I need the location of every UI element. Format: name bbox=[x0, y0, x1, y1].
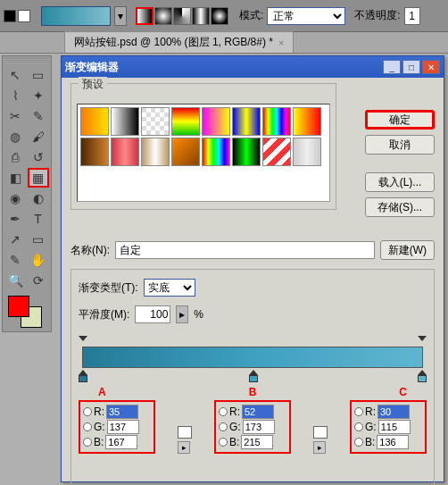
preset-swatch[interactable] bbox=[141, 107, 170, 136]
r-input-c[interactable] bbox=[377, 405, 410, 419]
preset-swatch[interactable] bbox=[80, 107, 109, 136]
radio-g[interactable] bbox=[219, 422, 228, 431]
color-stop-b[interactable] bbox=[249, 370, 258, 380]
type-select[interactable]: 实底 bbox=[144, 279, 195, 297]
radio-b[interactable] bbox=[219, 438, 228, 447]
load-button[interactable]: 载入(L)... bbox=[365, 172, 435, 192]
preset-swatch[interactable] bbox=[171, 138, 200, 166]
pen-tool-icon[interactable]: ✒ bbox=[4, 209, 26, 229]
radio-b[interactable] bbox=[354, 438, 363, 447]
radio-b[interactable] bbox=[83, 438, 92, 447]
preset-swatch[interactable] bbox=[293, 107, 321, 136]
preset-swatch[interactable] bbox=[232, 138, 261, 166]
eraser-tool-icon[interactable]: ◧ bbox=[4, 168, 26, 188]
opacity-stop-right[interactable] bbox=[418, 336, 427, 345]
path-tool-icon[interactable]: ↗ bbox=[4, 230, 26, 249]
opacity-stop-left[interactable] bbox=[79, 336, 87, 345]
presets-scroll[interactable] bbox=[77, 104, 330, 202]
titlebar[interactable]: 渐变编辑器 _ □ ✕ bbox=[62, 56, 444, 78]
gradient-dropdown[interactable]: ▾ bbox=[114, 6, 127, 26]
radio-g[interactable] bbox=[354, 422, 363, 431]
preset-swatch[interactable] bbox=[293, 138, 321, 166]
eyedropper-tool-icon[interactable]: ✎ bbox=[28, 106, 49, 126]
gradient-strip[interactable] bbox=[82, 347, 423, 368]
name-input[interactable] bbox=[115, 241, 375, 259]
b-input-c[interactable] bbox=[377, 435, 409, 449]
gradient-preview[interactable] bbox=[41, 6, 111, 26]
tool-preset[interactable] bbox=[4, 10, 30, 22]
preset-swatch[interactable] bbox=[202, 138, 230, 166]
chevron-right-icon[interactable]: ▸ bbox=[178, 441, 190, 454]
radio-r[interactable] bbox=[219, 407, 228, 416]
move-tool-icon[interactable]: ↖ bbox=[4, 65, 26, 85]
cancel-button[interactable]: 取消 bbox=[365, 135, 435, 155]
chevron-right-icon[interactable]: ▸ bbox=[313, 441, 326, 454]
shape-tool-icon[interactable]: ▭ bbox=[28, 230, 49, 249]
close-button[interactable]: ✕ bbox=[422, 60, 440, 74]
gradient-linear-icon[interactable] bbox=[136, 7, 153, 25]
preset-swatch[interactable] bbox=[141, 138, 170, 166]
color-swatches[interactable] bbox=[4, 294, 49, 330]
stamp-tool-icon[interactable]: ⎙ bbox=[4, 147, 26, 167]
history-brush-icon[interactable]: ↺ bbox=[28, 147, 49, 167]
hand-tool-icon[interactable]: ✋ bbox=[28, 250, 49, 270]
maximize-button[interactable]: □ bbox=[402, 60, 420, 74]
preset-swatch[interactable] bbox=[262, 138, 291, 166]
gradient-reflected-icon[interactable] bbox=[192, 7, 210, 25]
wand-tool-icon[interactable]: ✦ bbox=[28, 86, 49, 105]
document-tab-bar: 网站按钮.psd @ 100% (图层 1, RGB/8#) * × bbox=[0, 32, 448, 54]
new-button[interactable]: 新建(W) bbox=[380, 240, 435, 260]
b-input-a[interactable] bbox=[105, 435, 137, 449]
radio-g[interactable] bbox=[83, 422, 92, 431]
gradient-angle-icon[interactable] bbox=[173, 7, 191, 25]
tool-grid: ↖ ▭ ⌇ ✦ ✂ ✎ ◍ 🖌 ⎙ ↺ ◧ ▦ ◉ ◐ ✒ T ↗ ▭ ✎ ✋ … bbox=[4, 65, 49, 290]
radio-r[interactable] bbox=[354, 407, 363, 416]
r-input-a[interactable] bbox=[106, 405, 138, 419]
dodge-tool-icon[interactable]: ◐ bbox=[28, 188, 49, 208]
g-input-a[interactable] bbox=[107, 420, 139, 434]
notes-tool-icon[interactable]: ✎ bbox=[4, 250, 26, 270]
preset-swatch[interactable] bbox=[111, 138, 139, 166]
radio-r[interactable] bbox=[83, 407, 92, 416]
color-stop-c[interactable] bbox=[418, 370, 427, 380]
opacity-input[interactable] bbox=[404, 7, 420, 25]
blur-tool-icon[interactable]: ◉ bbox=[4, 188, 26, 208]
ok-button[interactable]: 确定 bbox=[365, 110, 435, 130]
type-tool-icon[interactable]: T bbox=[28, 209, 49, 229]
swatch-icon[interactable] bbox=[178, 426, 192, 439]
crop-tool-icon[interactable]: ✂ bbox=[4, 106, 26, 126]
gradient-diamond-icon[interactable] bbox=[211, 7, 228, 25]
gradient-radial-icon[interactable] bbox=[154, 7, 172, 25]
color-stop-a[interactable] bbox=[79, 370, 87, 380]
preset-swatch[interactable] bbox=[80, 138, 109, 166]
marker-b: B bbox=[249, 386, 257, 398]
r-input-b[interactable] bbox=[242, 405, 274, 419]
marquee-tool-icon[interactable]: ▭ bbox=[28, 65, 49, 85]
rotate-tool-icon[interactable]: ⟳ bbox=[28, 271, 49, 290]
smooth-dropdown[interactable]: ▸ bbox=[176, 305, 188, 323]
preset-swatch[interactable] bbox=[262, 107, 291, 136]
close-icon[interactable]: × bbox=[278, 38, 284, 48]
brush-tool-icon[interactable]: 🖌 bbox=[28, 127, 49, 146]
mode-select[interactable]: 正常 bbox=[267, 7, 345, 25]
document-tab[interactable]: 网站按钮.psd @ 100% (图层 1, RGB/8#) * × bbox=[64, 31, 294, 53]
lasso-tool-icon[interactable]: ⌇ bbox=[4, 86, 26, 105]
preset-swatch[interactable] bbox=[232, 107, 261, 136]
preset-swatch[interactable] bbox=[111, 107, 139, 136]
swatch-icon[interactable] bbox=[313, 426, 328, 439]
b-input-b[interactable] bbox=[241, 435, 273, 449]
heal-tool-icon[interactable]: ◍ bbox=[4, 127, 26, 146]
gradient-tool-icon[interactable]: ▦ bbox=[28, 168, 49, 188]
marker-c: C bbox=[399, 386, 407, 398]
drag-handle[interactable] bbox=[4, 58, 49, 63]
minimize-button[interactable]: _ bbox=[383, 60, 401, 74]
gradient-bar[interactable] bbox=[79, 336, 427, 384]
save-button[interactable]: 存储(S)... bbox=[365, 197, 435, 217]
g-input-c[interactable] bbox=[378, 420, 411, 434]
preset-swatch[interactable] bbox=[202, 107, 230, 136]
foreground-color-swatch[interactable] bbox=[8, 296, 29, 317]
g-input-b[interactable] bbox=[243, 420, 275, 434]
smooth-input[interactable] bbox=[135, 305, 170, 323]
zoom-tool-icon[interactable]: 🔍 bbox=[4, 271, 26, 290]
preset-swatch[interactable] bbox=[171, 107, 200, 136]
